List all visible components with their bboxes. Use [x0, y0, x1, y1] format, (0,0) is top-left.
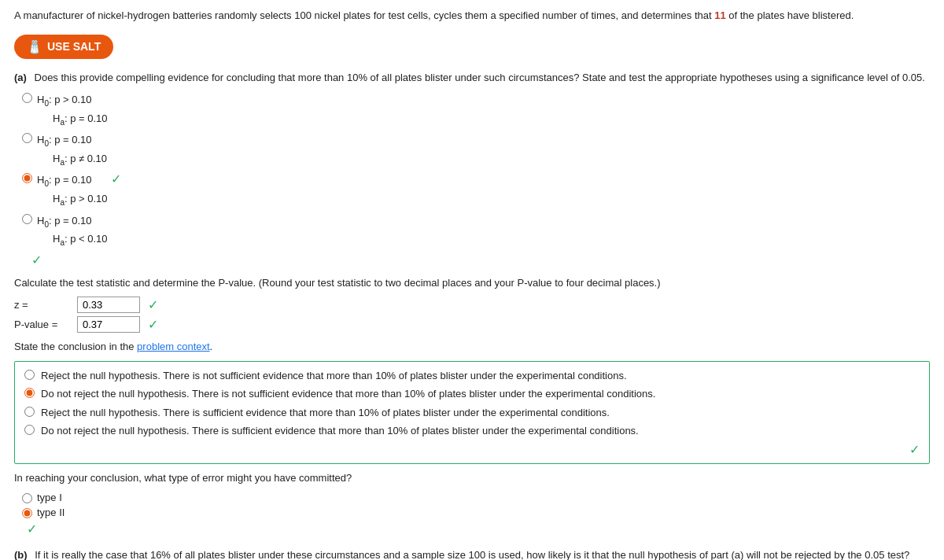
h0-3: H0: p = 0.10 — [37, 171, 108, 190]
type-ii-option[interactable]: type II — [22, 507, 930, 518]
hypothesis-option-2[interactable]: H0: p = 0.10 Ha: p ≠ 0.10 — [22, 131, 930, 168]
pvalue-row: P-value = ✓ — [14, 316, 930, 333]
option3-checkmark: ✓ — [111, 171, 121, 186]
intro-text-before: A manufacturer of nickel-hydrogen batter… — [14, 9, 714, 21]
conclusion-radio-1[interactable] — [24, 370, 35, 380]
intro-text-after: of the plates have blistered. — [726, 9, 854, 21]
conclusion-instruction: State the conclusion in the problem cont… — [14, 339, 930, 355]
h0-1: H0: p > 0.10 — [37, 91, 108, 110]
hypothesis-option-4[interactable]: H0: p = 0.10 Ha: p < 0.10 — [22, 212, 930, 249]
conclusion-radio-2[interactable] — [24, 388, 35, 398]
intro-paragraph: A manufacturer of nickel-hydrogen batter… — [14, 8, 930, 24]
ha-1: Ha: p = 0.10 — [53, 110, 108, 129]
salt-icon: 🧂 — [27, 39, 42, 54]
hypothesis-option-1[interactable]: H0: p > 0.10 Ha: p = 0.10 — [22, 91, 930, 128]
part-a-question-text: Does this provide compelling evidence fo… — [35, 72, 925, 83]
hypothesis-radio-2[interactable] — [22, 133, 32, 143]
use-salt-button[interactable]: 🧂 USE SALT — [14, 35, 113, 59]
hypothesis-group-checkmark: ✓ — [31, 253, 42, 267]
conclusion-box: Reject the null hypothesis. There is not… — [14, 361, 930, 464]
type-i-label: type I — [37, 492, 62, 503]
conclusion-text-2: Do not reject the null hypothesis. There… — [41, 386, 655, 402]
z-input[interactable] — [77, 297, 140, 313]
conclusion-4[interactable]: Do not reject the null hypothesis. There… — [24, 423, 920, 439]
ha-3: Ha: p > 0.10 — [53, 190, 108, 209]
hypothesis-group: H0: p > 0.10 Ha: p = 0.10 H0: p = 0.10 H… — [22, 91, 930, 267]
conclusion-radio-3[interactable] — [24, 407, 35, 417]
conclusion-2[interactable]: Do not reject the null hypothesis. There… — [24, 386, 920, 402]
conclusion-3[interactable]: Reject the null hypothesis. There is suf… — [24, 405, 920, 421]
highlight-number: 11 — [714, 9, 725, 21]
part-b-question1: (b) If it is really the case that 16% of… — [14, 547, 930, 560]
conclusion-text-1: Reject the null hypothesis. There is not… — [41, 368, 627, 384]
calc-instruction: Calculate the test statistic and determi… — [14, 275, 930, 291]
conclusion-instruction-text: State the conclusion in the problem cont… — [14, 341, 212, 352]
z-label: z = — [14, 299, 77, 311]
ha-4: Ha: p < 0.10 — [53, 230, 108, 249]
pvalue-checkmark: ✓ — [148, 317, 158, 332]
conclusion-footer: ✓ — [24, 442, 920, 457]
hypothesis-radio-1[interactable] — [22, 93, 32, 103]
pvalue-label: P-value = — [14, 319, 77, 330]
h0-4: H0: p = 0.10 — [37, 212, 108, 231]
error-checkmark: ✓ — [27, 522, 37, 536]
part-b-label: (b) — [14, 549, 28, 560]
type-ii-radio[interactable] — [22, 508, 32, 518]
type-i-radio[interactable] — [22, 493, 32, 503]
hypothesis-texts-4: H0: p = 0.10 Ha: p < 0.10 — [37, 212, 108, 249]
part-b-section: (b) If it is really the case that 16% of… — [14, 547, 930, 560]
pvalue-input[interactable] — [77, 316, 140, 333]
z-row: z = ✓ — [14, 297, 930, 313]
conclusion-1[interactable]: Reject the null hypothesis. There is not… — [24, 368, 920, 384]
hypothesis-texts-2: H0: p = 0.10 Ha: p ≠ 0.10 — [37, 131, 107, 168]
z-checkmark: ✓ — [148, 297, 158, 312]
hypothesis-option-3[interactable]: H0: p = 0.10 Ha: p > 0.10 ✓ — [22, 171, 930, 208]
error-type-group: type I type II ✓ — [22, 492, 930, 536]
type-ii-label: type II — [37, 507, 65, 518]
ha-2: Ha: p ≠ 0.10 — [53, 150, 107, 169]
type-i-option[interactable]: type I — [22, 492, 930, 503]
hypothesis-texts-1: H0: p > 0.10 Ha: p = 0.10 — [37, 91, 108, 128]
hypothesis-texts-3: H0: p = 0.10 Ha: p > 0.10 — [37, 171, 108, 208]
use-salt-label: USE SALT — [47, 40, 101, 53]
conclusion-radio-4[interactable] — [24, 425, 35, 435]
part-a-label: (a) — [14, 72, 27, 83]
conclusion-checkmark: ✓ — [909, 442, 920, 457]
h0-2: H0: p = 0.10 — [37, 131, 107, 150]
error-question: In reaching your conclusion, what type o… — [14, 470, 930, 486]
part-a-section: (a) Does this provide compelling evidenc… — [14, 70, 930, 537]
conclusion-text-3: Reject the null hypothesis. There is suf… — [41, 405, 610, 421]
hypothesis-radio-3[interactable] — [22, 173, 32, 183]
hypothesis-radio-4[interactable] — [22, 214, 32, 224]
conclusion-text-4: Do not reject the null hypothesis. There… — [41, 423, 639, 439]
part-b-question1-text: If it is really the case that 16% of all… — [14, 549, 909, 560]
part-a-question: (a) Does this provide compelling evidenc… — [14, 70, 930, 86]
